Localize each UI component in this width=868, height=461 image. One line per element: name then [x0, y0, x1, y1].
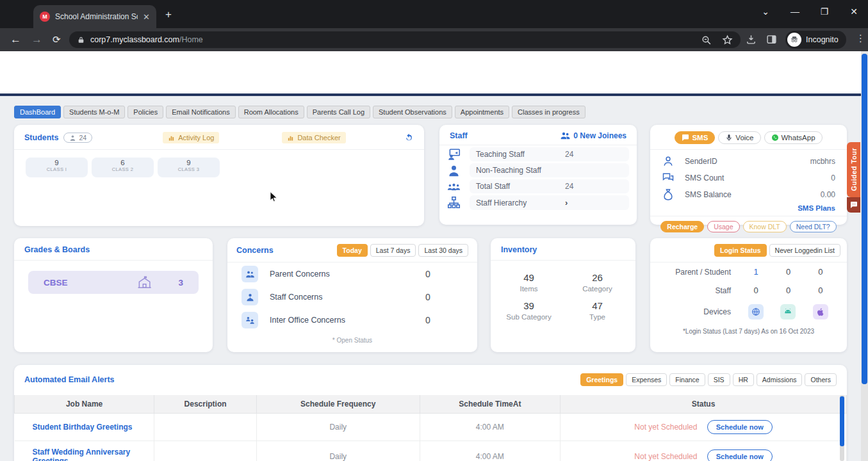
back-button[interactable]: ←: [10, 33, 21, 46]
forward-button[interactable]: →: [31, 33, 42, 46]
window-minimize-button[interactable]: —: [787, 6, 803, 17]
parents-icon: [242, 266, 258, 282]
filter-expenses[interactable]: Expenses: [626, 373, 667, 386]
activity-log-badge[interactable]: Activity Log: [163, 132, 219, 143]
browser-tab[interactable]: M School Administration Software ✕: [33, 5, 156, 28]
bookmark-star-icon[interactable]: [722, 35, 733, 45]
class-tile[interactable]: 9 CLASS I: [26, 158, 88, 177]
concerns-title: Concerns: [236, 246, 274, 255]
window-menu-chevron-icon[interactable]: ⌄: [757, 6, 774, 17]
tab-parents-call-log[interactable]: Parents Call Log: [307, 106, 370, 118]
browser-menu-icon[interactable]: ⋮: [856, 33, 865, 44]
table-scrollbar-thumb[interactable]: [840, 396, 844, 446]
schedule-now-button[interactable]: Schedule now: [707, 420, 773, 434]
address-bar[interactable]: corp7.myclassboard.com/Home: [69, 31, 741, 48]
filter-last-7-days[interactable]: Last 7 days: [370, 244, 416, 257]
inventory-card: Inventory 49 Items 26 Category 39 Sub Ca…: [491, 238, 635, 352]
grades-boards-card: Grades & Boards CBSE 3: [14, 238, 213, 352]
login-row-staff: Staff 0 0 0: [650, 281, 847, 300]
students-count-pill[interactable]: 24: [63, 133, 92, 143]
side-panel-icon[interactable]: [766, 34, 777, 45]
schedule-now-button[interactable]: Schedule now: [707, 449, 773, 461]
class-tile[interactable]: 6 CLASS 2: [92, 158, 154, 177]
table-row: Student Birthday Greetings Daily 4:00 AM…: [15, 414, 847, 441]
sms-count-row: SMS Count 0: [650, 170, 847, 186]
tab-student-observations[interactable]: Student Observations: [373, 106, 452, 118]
person-icon: [447, 164, 461, 177]
filter-hr[interactable]: HR: [733, 373, 754, 386]
teacher-board-icon: [447, 148, 461, 161]
guided-tour-tab[interactable]: Guided Tour: [847, 142, 860, 197]
data-checker-badge[interactable]: Data Checker: [282, 132, 345, 143]
filter-admissions[interactable]: Admissions: [757, 373, 803, 386]
filter-sis[interactable]: SIS: [708, 373, 730, 386]
filter-others[interactable]: Others: [805, 373, 837, 386]
col-description: Description: [154, 395, 257, 414]
staff-concerns-row: Staff Concerns 0: [227, 286, 477, 309]
inventory-items-stat: 49 Items: [495, 268, 563, 296]
students-card: Students 24 Activity Log Data Checker 9 …: [14, 125, 424, 226]
students-title: Students: [24, 133, 58, 142]
need-dlt-button[interactable]: Need DLT?: [790, 221, 837, 232]
chat-double-icon: [662, 172, 675, 184]
table-row: Staff Wedding Anniversary Greetings Dail…: [15, 441, 847, 461]
login-status-note: *Login Status (Last 7 days) As on 16 Oct…: [650, 324, 847, 335]
col-status: Status: [561, 395, 847, 414]
window-restore-button[interactable]: ❐: [816, 6, 833, 17]
reload-button[interactable]: ⟳: [53, 34, 61, 45]
feedback-chat-button[interactable]: [847, 197, 860, 213]
tab-appointments[interactable]: Appointments: [455, 106, 509, 118]
filter-greetings[interactable]: Greetings: [580, 373, 623, 386]
filter-never-loggedin[interactable]: Never Loggedin List: [769, 244, 840, 257]
sms-card: SMS Voice WhatsApp SenderID mcbhrs: [650, 125, 847, 225]
chevron-right-icon[interactable]: ›: [565, 198, 568, 207]
school-building-icon: [111, 275, 178, 289]
filter-finance[interactable]: Finance: [669, 373, 705, 386]
zoom-icon[interactable]: [701, 35, 712, 45]
new-joinees-link[interactable]: 0 New Joinees: [561, 131, 626, 140]
staff-row-hierarchy[interactable]: Staff Hierarchy ›: [447, 195, 629, 210]
login-status-card: Login Status Never Loggedin List Parent …: [650, 238, 847, 352]
voice-tab[interactable]: Voice: [718, 131, 760, 144]
sms-tab[interactable]: SMS: [675, 131, 715, 144]
staff-title: Staff: [450, 131, 468, 140]
know-dlt-button[interactable]: Know DLT: [743, 221, 787, 232]
filter-login-status[interactable]: Login Status: [714, 244, 767, 257]
tab-dashboard[interactable]: DashBoard: [14, 106, 61, 118]
chat-bubble-icon: [850, 201, 858, 209]
usage-button[interactable]: Usage: [707, 221, 739, 232]
browser-tab-title: School Administration Software: [55, 12, 138, 21]
login-row-devices: Devices: [650, 300, 847, 324]
email-alerts-title: Automated Email Alerts: [24, 375, 115, 384]
filter-today[interactable]: Today: [337, 244, 368, 257]
board-row-cbse[interactable]: CBSE 3: [28, 271, 199, 294]
page-scrollbar-thumb[interactable]: [862, 54, 867, 384]
tab-classes-in-progress[interactable]: Classes in progress: [512, 106, 585, 118]
recharge-button[interactable]: Recharge: [660, 221, 704, 232]
email-alerts-table: Job Name Description Schedule Frequency …: [14, 395, 847, 461]
tab-room-allocations[interactable]: Room Allocations: [238, 106, 304, 118]
sms-plans-link[interactable]: SMS Plans: [650, 203, 847, 216]
staff-card: Staff 0 New Joinees Teaching Staff 24 No…: [439, 125, 637, 225]
job-link[interactable]: Staff Wedding Anniversary Greetings: [15, 441, 154, 461]
download-icon[interactable]: [746, 34, 757, 45]
staff-row-nonteaching: Non-Teaching Staff: [447, 163, 629, 177]
apple-icon: [813, 304, 828, 319]
app-header: M C B MY CLASSBOARD RACE Academy SIS HR …: [0, 51, 868, 93]
tab-policies[interactable]: Policies: [127, 106, 163, 118]
people-icon: [561, 131, 570, 140]
microphone-icon: [725, 134, 733, 142]
filter-last-30-days[interactable]: Last 30 days: [418, 244, 468, 257]
new-tab-button[interactable]: +: [165, 8, 172, 21]
inventory-type-stat: 47 Type: [563, 296, 632, 325]
refresh-icon[interactable]: [404, 133, 414, 143]
window-close-button[interactable]: ✕: [846, 6, 862, 17]
class-tile[interactable]: 9 CLASS 3: [158, 158, 220, 177]
whatsapp-tab[interactable]: WhatsApp: [764, 131, 823, 144]
tab-students-mom[interactable]: Students M-o-M: [63, 106, 125, 118]
tab-email-notifications[interactable]: Email Notifications: [166, 106, 235, 118]
staff-row-teaching: Teaching Staff 24: [447, 147, 629, 161]
job-link[interactable]: Student Birthday Greetings: [15, 414, 154, 441]
login-row-parent-student: Parent / Student 1 0 0: [650, 263, 847, 281]
tab-close-icon[interactable]: ✕: [143, 12, 150, 22]
